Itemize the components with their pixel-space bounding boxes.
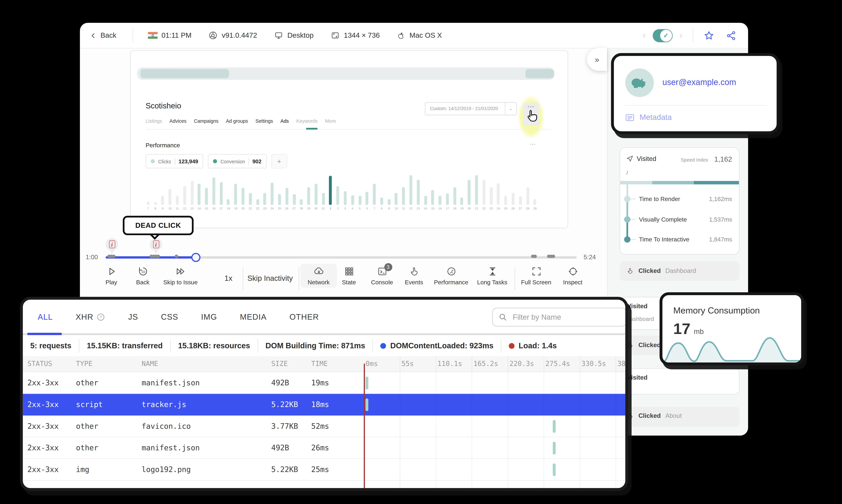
chart-bar (461, 197, 463, 205)
network-tab-media[interactable]: MEDIA (240, 312, 267, 321)
metric-chip-conversion[interactable]: Conversion902 (208, 154, 267, 168)
chart-bar (168, 189, 172, 205)
metric-chip-value: 902 (252, 158, 262, 164)
session-time: 01:11 PM (148, 32, 192, 39)
network-tab-all[interactable]: ALL (38, 312, 53, 321)
network-tab-css[interactable]: CSS (161, 312, 178, 321)
chart-bar-cell: 14 (196, 173, 203, 211)
column-header-time[interactable]: TIME (311, 360, 328, 367)
metadata-button[interactable]: Metadata (625, 113, 672, 122)
chart-bar-cell: 9 (159, 173, 166, 211)
column-header-type[interactable]: TYPE (76, 360, 92, 367)
play-button[interactable]: Play (93, 266, 130, 285)
chart-x-label: 23 (489, 207, 493, 211)
filter-field[interactable] (492, 308, 625, 327)
console-button[interactable]: 3Console (364, 266, 400, 285)
metric-chip-clicks[interactable]: Clicks123,949 (146, 154, 203, 168)
user-email[interactable]: user@example.com (662, 77, 736, 87)
column-header-status[interactable]: STATUS (28, 360, 52, 367)
network-request-row[interactable]: 2xx-3xxscripttracker.js5.22KB18ms (23, 394, 625, 416)
prev-session-button[interactable]: ‹ (643, 30, 646, 40)
chip-divider (175, 158, 175, 165)
control-label: Inspect (563, 278, 583, 286)
timeline-tick-label: 0ms (365, 360, 378, 367)
site-tab-keywords[interactable]: Keywords (296, 118, 318, 124)
site-tab-listings[interactable]: Listings (146, 118, 162, 124)
skip-to-issue-button[interactable]: Skip to Issue (162, 266, 199, 285)
network-request-row[interactable]: 2xx-3xxothermanifest.json492B26ms (23, 437, 625, 459)
chart-bar-cell: 24 (495, 173, 502, 211)
chart-bar (315, 184, 318, 205)
back-button[interactable]: Back (90, 32, 117, 39)
next-session-button[interactable]: › (679, 30, 682, 40)
section-more-icon[interactable]: ⋯ (530, 141, 536, 147)
visited-event-card[interactable]: Visited Speed Index 1,162 / Time to Rend… (620, 147, 739, 255)
visited-event-card[interactable]: Visited (620, 368, 739, 394)
chart-bar-cell: 9 (385, 173, 393, 211)
full-screen-button[interactable]: Full Screen (518, 266, 555, 285)
chart-bar-cell: 11 (400, 173, 407, 211)
share-button[interactable] (726, 30, 737, 41)
network-tab-other[interactable]: OTHER (289, 312, 319, 321)
inspect-button[interactable]: Inspect (555, 266, 591, 285)
skip-inactivity-button[interactable]: Skip Inactivity (247, 274, 293, 283)
add-metric-button[interactable]: + (271, 154, 287, 168)
date-range-select[interactable]: Custom: 14/12/2019 - 21/01/2020 ⌄ (425, 102, 517, 115)
favorite-star-button[interactable] (703, 30, 714, 41)
chart-x-label: 29 (533, 207, 537, 211)
site-tab-more[interactable]: More (325, 118, 336, 124)
chart-bar (380, 197, 383, 205)
network-tab-img[interactable]: IMG (201, 312, 217, 321)
events-button[interactable]: Events (396, 266, 432, 285)
cell-time: 18ms (311, 400, 329, 409)
chart-bar (241, 188, 245, 205)
chart-x-label: 27 (519, 207, 522, 211)
network-tab-xhr[interactable]: XHR? (76, 312, 105, 321)
site-tab-advices[interactable]: Advices (169, 118, 186, 124)
metric-label: Time To Interactive (639, 236, 689, 242)
timeline-playhead[interactable] (191, 253, 200, 262)
site-tab-ads[interactable]: Ads (281, 118, 289, 124)
network-tab-js[interactable]: JS (128, 312, 138, 321)
clicked-event-card[interactable]: ClickedDashboard (620, 262, 739, 281)
play-icon (106, 266, 117, 277)
column-header-size[interactable]: SIZE (271, 360, 288, 367)
playback-speed-button[interactable]: 1x (225, 274, 232, 283)
active-network-tab-indicator (28, 333, 61, 335)
chart-x-label: 8 (381, 207, 382, 211)
pointer-cursor-icon (525, 108, 539, 124)
network-tabs: ALLXHR?JSCSSIMGMEDIAOTHER (38, 300, 319, 334)
timeline-event-dot (533, 254, 537, 258)
network-request-row[interactable]: 2xx-3xximglogo192.png5.22KB25ms (23, 459, 625, 481)
column-header-name[interactable]: NAME (142, 360, 158, 367)
issue-marker-pin[interactable]: i (106, 238, 118, 251)
site-tab-ad-groups[interactable]: Ad groups (226, 118, 248, 124)
chart-bar (453, 187, 456, 205)
network-stat: 15.18KB: resources (170, 339, 257, 353)
metric-value: 1,162ms (709, 195, 732, 202)
metric-dot-icon (624, 216, 630, 222)
site-tab-campaigns[interactable]: Campaigns (194, 118, 219, 124)
cell-type: other (76, 378, 98, 387)
cell-status: 2xx-3xx (28, 378, 59, 387)
state-button[interactable]: State (330, 266, 367, 285)
clicked-event-card[interactable]: ClickedAbout (620, 407, 739, 427)
network-request-row[interactable]: 2xx-3xxotherfavicon.ico3.77KB52ms (23, 416, 625, 437)
network-tab-label: OTHER (289, 312, 319, 321)
chart-bar (446, 194, 449, 205)
filter-input[interactable] (512, 312, 611, 322)
issue-marker-pin[interactable]: i (149, 238, 162, 251)
chart-bar (293, 194, 295, 205)
metric-tick (630, 239, 636, 240)
site-tab-settings[interactable]: Settings (255, 118, 273, 124)
back-button[interactable]: 10Back (124, 266, 161, 285)
performance-button[interactable]: Performance (433, 266, 469, 285)
controls-divider (243, 267, 243, 290)
timeline-tick-label: 220.3s (509, 360, 534, 367)
autoplay-toggle[interactable]: ✓ (652, 29, 673, 42)
long-tasks-button[interactable]: Long Tasks (474, 266, 510, 285)
chart-bar-cell: 8 (152, 173, 159, 211)
active-tab-indicator (306, 128, 318, 130)
network-request-row[interactable]: 2xx-3xxothermanifest.json492B19ms (23, 372, 625, 394)
metric-chip-value: 123,949 (179, 158, 198, 164)
